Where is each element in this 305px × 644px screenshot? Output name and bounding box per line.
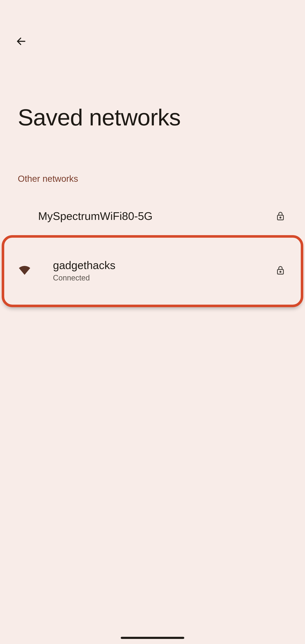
network-list: MySpectrumWiFi80-5G gadgethacks Connecte…	[0, 197, 305, 302]
network-ssid: gadgethacks	[53, 258, 274, 272]
network-item-connected[interactable]: gadgethacks Connected	[0, 238, 305, 302]
arrow-back-icon	[16, 36, 27, 48]
network-status: Connected	[53, 274, 274, 282]
lock-icon	[274, 211, 287, 221]
gesture-bar	[121, 637, 184, 639]
back-button[interactable]	[14, 34, 29, 49]
lock-icon	[274, 265, 287, 276]
section-header-other-networks: Other networks	[18, 174, 78, 184]
network-label-block: MySpectrumWiFi80-5G	[38, 209, 274, 223]
network-label-block: gadgethacks Connected	[38, 258, 274, 282]
network-ssid: MySpectrumWiFi80-5G	[38, 209, 274, 223]
svg-point-2	[280, 217, 281, 218]
page-title: Saved networks	[18, 104, 181, 131]
network-item[interactable]: MySpectrumWiFi80-5G	[0, 197, 305, 235]
svg-point-4	[280, 271, 281, 272]
wifi-signal-icon	[18, 264, 38, 277]
